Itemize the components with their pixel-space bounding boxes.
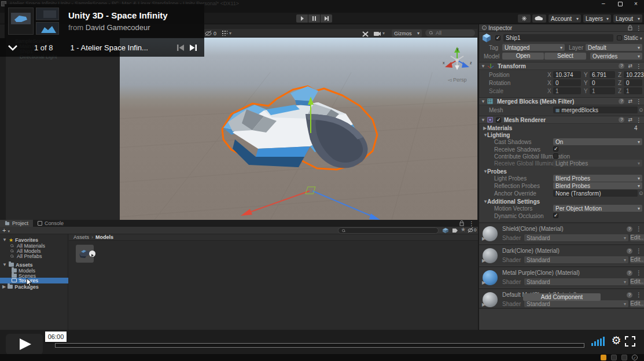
foldout-icon[interactable]: ▶ [482, 258, 485, 263]
playlist-current-episode[interactable]: 1 - Atelier Space Infin... [71, 43, 148, 52]
shader-dropdown[interactable]: Standard▾ [524, 256, 628, 263]
material-menu-icon[interactable]: ⋮ [636, 248, 642, 254]
light-probes-dropdown[interactable]: Blend Probes▾ [553, 175, 642, 182]
foldout-icon[interactable]: ▼ [481, 99, 485, 104]
material-name[interactable]: Dark(Clone) (Material) [502, 248, 560, 254]
gizmos-dropdown[interactable]: Gizmos▾ [392, 30, 422, 37]
edit-shader-button[interactable]: Edit... [630, 234, 644, 241]
reflection-probes-dropdown[interactable]: Blend Probes▾ [553, 182, 642, 189]
project-search-input[interactable] [338, 227, 439, 234]
asset-item-ship1[interactable]: Ship1 [76, 245, 97, 270]
edit-shader-button[interactable]: Edit... [630, 278, 644, 285]
static-label[interactable]: Static ▾ [624, 35, 642, 41]
rotation-x-field[interactable]: 0 [553, 79, 581, 86]
foldout-icon[interactable]: ▶ [482, 280, 485, 285]
favorites-foldout[interactable]: ▼ ★ Favorites [2, 237, 38, 242]
help-icon[interactable]: ? [627, 270, 632, 276]
breadcrumb-current[interactable]: Models [95, 234, 113, 240]
foldout-icon[interactable]: ▶ [2, 284, 6, 289]
create-button[interactable]: + ▾ [2, 227, 10, 234]
status-console-icon[interactable] [611, 355, 617, 360]
maximize-button[interactable] [618, 2, 623, 6]
cast-shadows-dropdown[interactable]: On▾ [553, 138, 642, 145]
orientation-gizmo[interactable]: y x z ◅ Persp [441, 45, 473, 80]
play-badge[interactable] [89, 251, 95, 257]
scale-x-field[interactable]: 1 [553, 87, 581, 94]
playlist-thumbnail-1[interactable] [8, 8, 34, 35]
presets-icon[interactable]: ⇄ [628, 117, 632, 123]
gizmo-plane-handle[interactable] [306, 187, 315, 194]
object-picker-icon[interactable]: ⊙ [639, 107, 643, 113]
static-checkbox[interactable] [617, 35, 622, 40]
shader-dropdown[interactable]: Standard▾ [524, 300, 628, 307]
assets-foldout[interactable]: ▼ Assets [2, 262, 32, 267]
breadcrumb-root[interactable]: Assets [73, 234, 89, 240]
ship-model[interactable] [208, 84, 393, 223]
receive-shadows-checkbox[interactable]: ✓ [553, 146, 558, 152]
package-filter-icon[interactable] [442, 227, 449, 234]
inspector-menu-icon[interactable]: ⋮ [636, 25, 642, 31]
hidden-count-button[interactable]: 0 [468, 227, 476, 233]
status-activity-icon[interactable] [621, 355, 627, 360]
project-tab[interactable]: Project [0, 220, 33, 227]
rotation-z-field[interactable]: 0 [624, 79, 642, 86]
scene-camera-dropdown[interactable]: ▾ [373, 30, 389, 37]
help-icon[interactable]: ? [619, 98, 624, 104]
scale-z-field[interactable]: 1 [624, 87, 642, 94]
cloud-button[interactable] [532, 14, 546, 23]
object-picker-icon[interactable]: ⊙ [639, 190, 643, 196]
overlay-author[interactable]: David Gamecodeur [86, 23, 150, 32]
gizmo-x-arrow[interactable] [241, 209, 252, 216]
player-settings-button[interactable]: ⚙ [610, 334, 623, 347]
tree-item-all-prefabs[interactable]: All Prefabs [9, 253, 42, 259]
add-component-button[interactable]: Add Component [523, 293, 601, 301]
layout-dropdown[interactable]: Layout▾ [613, 14, 642, 23]
axis-z-cone[interactable] [462, 62, 469, 68]
next-video-icon[interactable] [189, 44, 197, 51]
rotation-y-field[interactable]: 0 [590, 79, 615, 86]
material-menu-icon[interactable]: ⋮ [636, 292, 642, 298]
status-alert-icon[interactable] [601, 355, 606, 360]
transform-header[interactable]: ▼ Transform ?⇄⋮ [479, 62, 644, 70]
foldout-icon[interactable]: ▶ [483, 126, 487, 131]
help-icon[interactable]: ? [619, 63, 624, 69]
project-menu-icon[interactable]: ⋮ [469, 220, 474, 227]
active-checkbox[interactable]: ✓ [495, 35, 501, 40]
probes-foldout[interactable]: Probes [487, 168, 507, 175]
edit-shader-button[interactable]: Edit... [630, 300, 644, 307]
console-tab[interactable]: Console [33, 220, 68, 227]
component-menu-icon[interactable]: ⋮ [636, 117, 642, 123]
player-progress-bar[interactable] [55, 343, 584, 348]
component-menu-icon[interactable]: ⋮ [636, 98, 642, 105]
step-button[interactable] [321, 14, 332, 23]
material-menu-icon[interactable]: ⋮ [636, 270, 642, 276]
foldout-icon[interactable]: ▼ [2, 237, 7, 242]
help-icon[interactable]: ? [619, 117, 624, 123]
minimize-button[interactable]: – [602, 0, 605, 6]
previous-video-icon[interactable] [176, 44, 185, 51]
pause-button[interactable] [308, 14, 320, 23]
position-y-field[interactable]: 6.791 [590, 71, 615, 78]
fullscreen-icon[interactable] [625, 336, 635, 347]
help-icon[interactable]: ? [627, 292, 632, 298]
model-overrides-dropdown[interactable]: Overrides▾ [590, 53, 642, 60]
scene-viewport[interactable]: y x z ◅ Persp [120, 38, 477, 220]
foldout-icon[interactable]: ▼ [481, 64, 485, 69]
tree-item-textures-selected[interactable]: Textures [0, 278, 68, 283]
layers-dropdown[interactable]: Layers▾ [583, 14, 611, 23]
type-filter-icon[interactable] [452, 227, 458, 234]
anchor-override-field[interactable]: None (Transform) [553, 190, 638, 197]
playlist-thumbnail-3[interactable] [36, 22, 59, 35]
motion-vectors-dropdown[interactable]: Per Object Motion▾ [553, 205, 642, 212]
material-menu-icon[interactable]: ⋮ [636, 226, 642, 232]
foldout-icon[interactable]: ▼ [2, 262, 7, 267]
overlay-video-title[interactable]: Unity 3D - Space Infinity [68, 10, 168, 20]
mesh-field[interactable]: ▦ mergedBlocks [553, 106, 638, 113]
shader-dropdown[interactable]: Standard▾ [524, 278, 628, 285]
foldout-icon[interactable]: ▼ [481, 117, 485, 123]
mesh-renderer-header[interactable]: ▼ ✓ Mesh Renderer ?⇄⋮ [479, 116, 644, 124]
edit-shader-button[interactable]: Edit... [630, 256, 644, 263]
favorites-filter-icon[interactable]: ★ [461, 226, 466, 233]
contribute-gi-checkbox[interactable] [553, 153, 558, 159]
presets-icon[interactable]: ⇄ [628, 63, 632, 69]
